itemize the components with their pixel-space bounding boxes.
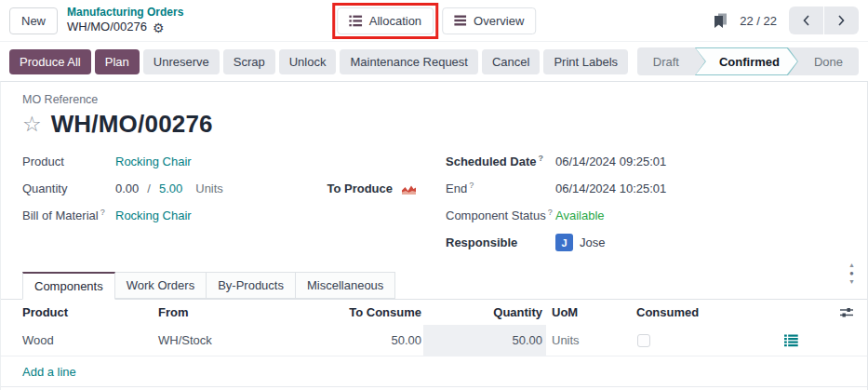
- end-date-value[interactable]: 06/14/2024 10:25:01: [555, 182, 666, 195]
- responsible-avatar[interactable]: J: [555, 234, 573, 251]
- bookmark-icon[interactable]: [713, 13, 728, 29]
- consumed-checkbox[interactable]: [637, 334, 650, 347]
- status-done[interactable]: Done: [798, 47, 859, 75]
- pager-count: 22 / 22: [740, 14, 777, 28]
- mo-reference-label: MO Reference: [22, 93, 852, 106]
- record-scroll-widget[interactable]: ▲ ● ▼: [848, 262, 855, 286]
- allocation-button-label: Allocation: [369, 14, 421, 28]
- scroll-down-icon[interactable]: ▼: [848, 278, 855, 286]
- plan-button[interactable]: Plan: [95, 49, 140, 74]
- unreserve-button[interactable]: Unreserve: [143, 49, 220, 74]
- pager: [789, 7, 859, 34]
- status-confirmed[interactable]: Confirmed: [695, 47, 798, 75]
- print-labels-button[interactable]: Print Labels: [543, 49, 628, 74]
- product-label: Product: [22, 155, 115, 168]
- chevron-right-icon: [837, 14, 846, 27]
- responsible-label: Responsible: [446, 235, 555, 249]
- header-quantity[interactable]: Quantity: [423, 305, 546, 319]
- overview-button[interactable]: Overview: [442, 7, 536, 34]
- favorite-star-icon[interactable]: ☆: [22, 114, 42, 135]
- add-line-link[interactable]: Add a line: [22, 365, 76, 379]
- breadcrumb-current: WH/MO/00276: [67, 20, 147, 35]
- cell-uom: Units: [546, 333, 636, 347]
- status-confirmed-label: Confirmed: [719, 55, 780, 69]
- allocation-button[interactable]: Allocation: [337, 7, 434, 34]
- cancel-button[interactable]: Cancel: [482, 49, 540, 74]
- move-details-list-icon[interactable]: [784, 334, 798, 347]
- header-consumed[interactable]: Consumed: [636, 305, 784, 319]
- component-status-field-row: Component Status? Available: [446, 202, 852, 229]
- product-value-link[interactable]: Rocking Chair: [115, 155, 192, 168]
- cell-to-consume[interactable]: 50.00: [316, 333, 423, 347]
- field-grid: Product Rocking Chair Quantity 0.00 / 5.…: [22, 148, 852, 256]
- optional-columns-icon[interactable]: [839, 306, 854, 318]
- scrap-button[interactable]: Scrap: [223, 49, 275, 74]
- scroll-dot-icon: ●: [849, 270, 854, 277]
- component-status-value: Available: [555, 208, 605, 222]
- pager-next-button[interactable]: [824, 7, 859, 34]
- header-from[interactable]: From: [158, 305, 316, 319]
- gear-icon[interactable]: ⚙: [153, 21, 165, 34]
- bom-label: Bill of Material?: [22, 208, 115, 222]
- form-sheet: MO Reference ☆ WH/MO/00276 Product Rocki…: [0, 81, 868, 390]
- end-date-label: End?: [446, 181, 555, 195]
- table-header-row: Product From To Consume Quantity UoM Con…: [1, 300, 867, 325]
- quantity-label: Quantity: [22, 182, 115, 195]
- breadcrumb-parent-link[interactable]: Manufacturing Orders: [67, 6, 183, 20]
- scroll-up-icon[interactable]: ▲: [848, 262, 855, 269]
- components-table: Product From To Consume Quantity UoM Con…: [1, 300, 867, 387]
- unlock-button[interactable]: Unlock: [279, 49, 337, 74]
- header-product[interactable]: Product: [22, 305, 158, 319]
- top-navbar: New Manufacturing Orders WH/MO/00276 ⚙ A…: [0, 0, 868, 42]
- chevron-left-icon: [802, 14, 810, 27]
- add-line-row: Add a line: [1, 356, 867, 387]
- new-button[interactable]: New: [9, 7, 58, 34]
- tab-by-products[interactable]: By-Products: [207, 272, 296, 299]
- view-switcher: Allocation Overview: [332, 3, 537, 39]
- control-panel: Produce All Plan Unreserve Scrap Unlock …: [0, 42, 868, 81]
- end-date-help-icon: ?: [469, 181, 474, 190]
- quantity-field-row: Quantity 0.00 / 5.00 Units To Produce: [22, 175, 446, 202]
- produce-all-button[interactable]: Produce All: [9, 49, 91, 74]
- cell-product[interactable]: Wood: [22, 333, 158, 347]
- overview-button-label: Overview: [474, 14, 524, 28]
- component-status-label: Component Status?: [446, 208, 555, 222]
- cell-quantity: 50.00: [423, 325, 546, 356]
- annotation-highlight-box: Allocation: [332, 3, 438, 39]
- quantity-separator: /: [147, 182, 151, 195]
- scheduled-date-value[interactable]: 06/14/2024 09:25:01: [555, 155, 666, 168]
- tab-components[interactable]: Components: [22, 272, 115, 300]
- scheduled-date-field-row: Scheduled Date? 06/14/2024 09:25:01: [446, 148, 852, 175]
- breadcrumb: Manufacturing Orders WH/MO/00276 ⚙: [67, 6, 183, 35]
- table-row[interactable]: Wood WH/Stock 50.00 50.00 Units: [1, 325, 867, 356]
- forecast-chart-icon[interactable]: [401, 182, 417, 195]
- status-draft[interactable]: Draft: [637, 47, 695, 75]
- to-produce-widget: To Produce: [327, 182, 417, 195]
- cell-from[interactable]: WH/Stock: [158, 333, 316, 347]
- pager-previous-button[interactable]: [789, 7, 823, 34]
- end-date-field-row: End? 06/14/2024 10:25:01: [446, 175, 852, 202]
- quantity-total-value[interactable]: 5.00: [159, 182, 182, 195]
- to-produce-label: To Produce: [327, 182, 393, 195]
- scheduled-date-label: Scheduled Date?: [446, 154, 555, 168]
- notebook-tabs: Components Work Orders By-Products Misce…: [1, 272, 867, 300]
- bom-value-link[interactable]: Rocking Chair: [115, 208, 192, 222]
- header-to-consume[interactable]: To Consume: [316, 305, 423, 319]
- tab-work-orders[interactable]: Work Orders: [115, 272, 207, 299]
- bom-field-row: Bill of Material? Rocking Chair: [22, 202, 446, 229]
- bars-icon: [454, 15, 466, 26]
- responsible-value[interactable]: Jose: [580, 235, 605, 249]
- component-status-help-icon: ?: [548, 208, 553, 217]
- quantity-produced-value[interactable]: 0.00: [115, 182, 139, 195]
- scheduled-date-help-icon: ?: [539, 154, 544, 163]
- header-uom[interactable]: UoM: [546, 305, 636, 319]
- product-field-row: Product Rocking Chair: [22, 148, 446, 175]
- navbar-right: 22 / 22: [713, 7, 859, 34]
- list-icon: [349, 15, 362, 27]
- bom-help-icon: ?: [100, 208, 105, 217]
- statusbar: Draft Confirmed Done: [637, 47, 859, 75]
- quantity-uom: Units: [195, 182, 223, 195]
- maintenance-request-button[interactable]: Maintenance Request: [340, 49, 477, 74]
- responsible-field-row: Responsible J Jose: [446, 229, 852, 256]
- tab-miscellaneous[interactable]: Miscellaneous: [296, 272, 395, 299]
